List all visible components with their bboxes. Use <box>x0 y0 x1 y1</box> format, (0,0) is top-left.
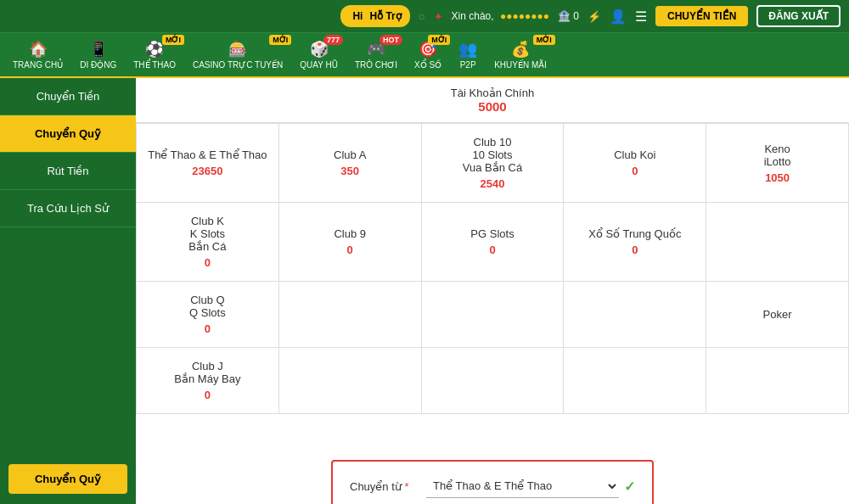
support-label: Hỗ Trợ <box>369 10 401 22</box>
wallet-cell: Club 9 0 <box>278 203 421 282</box>
slots-badge: 777 <box>323 35 343 45</box>
account-header: Tài Khoản Chính 5000 <box>136 78 849 123</box>
table-row: Thể Thao & E Thể Thao 23650 Club A 350 C… <box>137 124 849 203</box>
account-header-label: Tài Khoản Chính <box>144 87 841 99</box>
smiley-icon: Hi <box>349 8 366 25</box>
wallet-cell: Club JBắn Máy Bay 0 <box>137 348 279 414</box>
wallet-cell: Club A 350 <box>278 124 421 203</box>
wallet-cell: Thể Thao & E Thể Thao 23650 <box>137 124 279 203</box>
sidebar-item-rut-tien[interactable]: Rút Tiền <box>0 153 136 190</box>
nav-sports-label: THỂ THAO <box>133 60 176 70</box>
nav-casino-label: CASINO TRỰC TUYẾN <box>193 60 283 70</box>
home-icon: 🏠 <box>29 40 48 59</box>
content-area: Tài Khoản Chính 5000 Thể Thao & E Thể Th… <box>136 78 849 451</box>
wallet-cell: Club QQ Slots 0 <box>137 282 279 348</box>
main-layout: Chuyển Tiền Chuyển Quỹ Rút Tiền Tra Cứu … <box>0 78 849 451</box>
sidebar: Chuyển Tiền Chuyển Quỹ Rút Tiền Tra Cứu … <box>0 78 136 451</box>
from-check-icon: ✓ <box>624 479 635 495</box>
balance-icon: 🏦 0 <box>558 10 579 22</box>
wallet-cell <box>278 282 421 348</box>
username-label: ●●●●●●●● <box>500 10 549 22</box>
nav-slots[interactable]: 777 🎲 QUAY HŨ <box>291 33 346 76</box>
wallet-cell <box>421 282 564 348</box>
nav-sports[interactable]: MỚI ⚽ THỂ THAO <box>125 33 184 76</box>
account-balance: 5000 <box>144 99 841 114</box>
wallet-cell <box>706 203 849 282</box>
lightning-icon: ⚡ <box>588 10 601 23</box>
games-badge: HOT <box>380 35 402 45</box>
wallet-cell <box>564 282 706 348</box>
sidebar-item-chuyen-tien[interactable]: Chuyển Tiền <box>0 78 136 115</box>
nav-lottery-label: XỔ SỐ <box>414 60 441 70</box>
nav-home-label: TRANG CHỦ <box>13 60 63 70</box>
nav-bar: 🏠 TRANG CHỦ 📱 DI ĐỘNG MỚI ⚽ THỂ THAO MỚI… <box>0 33 849 78</box>
wallet-cell <box>706 348 849 414</box>
lottery-badge: MỚI <box>428 35 450 45</box>
divider: ○ <box>419 10 425 23</box>
wallet-cell <box>278 348 421 414</box>
nav-lottery[interactable]: MỚI 🎯 XỔ SỐ <box>406 33 450 76</box>
top-bar: Hi Hỗ Trợ ○ ✦ Xin chào, ●●●●●●●● 🏦 0 ⚡ 👤… <box>0 0 849 33</box>
nav-games[interactable]: HOT 🎮 TRÒ CHƠI <box>346 33 406 76</box>
casino-badge: MỚI <box>269 35 291 45</box>
lower-sidebar: Chuyển Quỹ <box>0 451 136 504</box>
wallet-table: Thể Thao & E Thể Thao 23650 Club A 350 C… <box>136 123 849 414</box>
nav-p2p-label: P2P <box>460 60 476 70</box>
support-button[interactable]: Hi Hỗ Trợ <box>340 5 409 27</box>
greeting-text: Xin chào, ●●●●●●●● <box>452 10 549 22</box>
sidebar-item-tra-cuu[interactable]: Tra Cứu Lịch Sử <box>0 190 136 227</box>
p2p-icon: 👥 <box>458 40 477 59</box>
logout-button[interactable]: ĐĂNG XUẤT <box>756 5 841 27</box>
wallet-cell: KenoiLotto 1050 <box>706 124 849 203</box>
wallet-cell <box>564 348 706 414</box>
table-row: Club KK SlotsBắn Cá 0 Club 9 0 PG Slots … <box>137 203 849 282</box>
nav-casino[interactable]: MỚI 🎰 CASINO TRỰC TUYẾN <box>184 33 291 76</box>
wallet-cell: Club KK SlotsBắn Cá 0 <box>137 203 279 282</box>
flag-icon: ✦ <box>434 10 443 23</box>
lower-section: Chuyển Quỹ Chuyển từ * Thể Thao & E Thể … <box>0 451 849 504</box>
casino-icon: 🎰 <box>228 40 247 59</box>
promo-badge: MỚI <box>533 35 555 45</box>
table-row: Club JBắn Máy Bay 0 <box>137 348 849 414</box>
table-row: Club QQ Slots 0 Poker <box>137 282 849 348</box>
promo-icon: 💰 <box>511 40 530 59</box>
transfer-form: Chuyển từ * Thể Thao & E Thể Thao ✓ Chuy… <box>331 460 654 504</box>
wallet-cell: PG Slots 0 <box>421 203 564 282</box>
wallet-cell: Xổ Số Trung Quốc 0 <box>564 203 706 282</box>
wallet-cell <box>421 348 564 414</box>
greeting-label: Xin chào, <box>452 10 494 22</box>
wallet-cell-koi: Club Koi 0 <box>564 124 706 203</box>
user-icon: 👤 <box>610 8 627 25</box>
lower-content: Chuyển từ * Thể Thao & E Thể Thao ✓ Chuy… <box>136 451 849 504</box>
nav-mobile[interactable]: 📱 DI ĐỘNG <box>71 33 125 76</box>
nav-home[interactable]: 🏠 TRANG CHỦ <box>4 33 71 76</box>
nav-promo[interactable]: MỚI 💰 KHUYẾN MÃI <box>486 33 555 76</box>
nav-games-label: TRÒ CHƠI <box>355 60 397 70</box>
menu-icon: ☰ <box>635 8 647 25</box>
wallet-cell: Poker <box>706 282 849 348</box>
transfer-button[interactable]: CHUYỂN TIỀN <box>655 6 748 26</box>
from-label: Chuyển từ * <box>350 480 426 493</box>
sidebar-item-chuyen-quy[interactable]: Chuyển Quỹ <box>0 115 136 153</box>
nav-promo-label: KHUYẾN MÃI <box>494 60 547 70</box>
from-row: Chuyển từ * Thể Thao & E Thể Thao ✓ <box>350 474 635 498</box>
nav-p2p[interactable]: 👥 P2P <box>450 33 486 76</box>
sports-icon: ⚽ <box>145 40 164 59</box>
mobile-icon: 📱 <box>89 40 108 59</box>
from-select[interactable]: Thể Thao & E Thể Thao <box>426 474 619 498</box>
wallet-cell: Club 1010 SlotsVua Bắn Cá 2540 <box>421 124 564 203</box>
sports-badge: MỚI <box>162 35 184 45</box>
sidebar-transfer-button[interactable]: Chuyển Quỹ <box>8 464 127 494</box>
nav-slots-label: QUAY HŨ <box>300 60 338 70</box>
nav-mobile-label: DI ĐỘNG <box>80 60 116 70</box>
